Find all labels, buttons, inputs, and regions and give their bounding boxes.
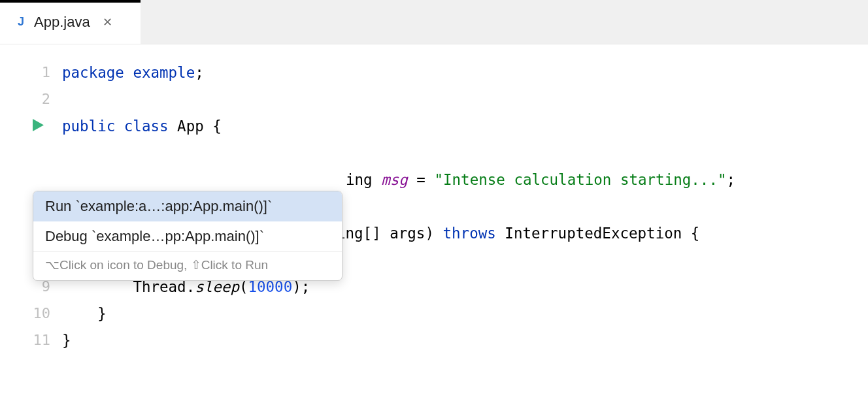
- code-line[interactable]: public class App {: [0, 112, 868, 139]
- popup-run-item[interactable]: Run `example:a…:app:App.main()]`: [33, 191, 342, 221]
- gutter: 2: [0, 91, 62, 107]
- code-content[interactable]: public class App {: [62, 118, 222, 135]
- file-tab[interactable]: J App.java ✕: [0, 0, 141, 44]
- punctuation: {: [212, 118, 222, 135]
- text: ing: [346, 171, 381, 188]
- punctuation: }: [97, 305, 107, 322]
- code-line[interactable]: 1 package example;: [0, 59, 868, 86]
- keyword: package: [62, 64, 133, 81]
- code-line[interactable]: 2: [0, 86, 868, 112]
- package-name: example: [133, 64, 195, 81]
- line-number: 11: [33, 332, 51, 348]
- tab-filename: App.java: [34, 14, 90, 31]
- java-file-icon: J: [14, 16, 27, 29]
- code-content[interactable]: package example;: [62, 64, 204, 81]
- popup-hint: ⌥Click on icon to Debug, ⇧Click to Run: [33, 251, 342, 280]
- operator: =: [408, 171, 435, 188]
- code-line[interactable]: ing msg = "Intense calculation starting.…: [0, 166, 868, 193]
- punctuation: ): [425, 225, 442, 242]
- punctuation: {: [691, 225, 700, 242]
- code-editor[interactable]: 1 package example; 2 public class App { …: [0, 44, 868, 353]
- code-content[interactable]: }: [62, 332, 71, 349]
- keyword: public: [62, 118, 124, 135]
- keyword: throws: [443, 225, 505, 242]
- popup-debug-item[interactable]: Debug `example…pp:App.main()]`: [33, 221, 342, 251]
- string-literal: "Intense calculation starting...": [434, 171, 726, 188]
- punctuation: ;: [195, 64, 204, 81]
- gutter: 11: [0, 332, 62, 348]
- gutter: 10: [0, 305, 62, 321]
- punctuation: []: [363, 225, 390, 242]
- line-number: 2: [42, 91, 50, 107]
- indent: [62, 305, 97, 322]
- code-content[interactable]: }: [62, 305, 107, 322]
- keyword: class: [124, 118, 177, 135]
- line-number: 10: [33, 305, 51, 321]
- active-tab-indicator: [0, 0, 141, 3]
- code-content[interactable]: ing msg = "Intense calculation starting.…: [62, 171, 735, 188]
- line-number: 1: [42, 64, 50, 80]
- type: InterruptedException: [505, 225, 690, 242]
- run-gutter-icon[interactable]: [33, 118, 44, 135]
- code-line[interactable]: [0, 139, 868, 166]
- class-name: App: [177, 118, 212, 135]
- code-line[interactable]: 10 }: [0, 300, 868, 327]
- punctuation: }: [62, 332, 71, 349]
- punctuation: ;: [727, 171, 736, 188]
- close-tab-icon[interactable]: ✕: [102, 16, 114, 28]
- field-name: msg: [381, 171, 408, 188]
- run-popup: Run `example:a…:app:App.main()]` Debug `…: [33, 191, 342, 281]
- gutter: 1: [0, 64, 62, 80]
- editor-tab-bar: J App.java ✕: [0, 0, 868, 44]
- parameter: args: [390, 225, 425, 242]
- code-line[interactable]: 11 }: [0, 327, 868, 353]
